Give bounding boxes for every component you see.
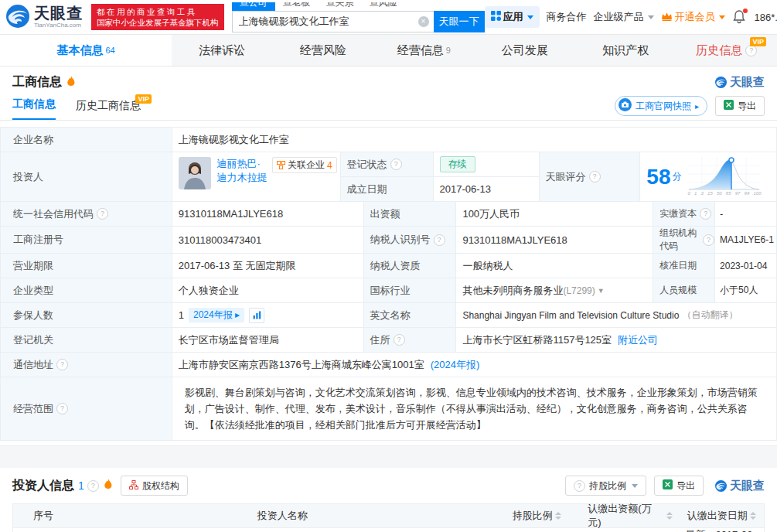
vip-upgrade-menu[interactable]: 开通会员 xyxy=(661,10,725,24)
official-snapshot-button[interactable]: 工商官网快照 ▸ xyxy=(615,96,707,116)
registration-number-value: 310118003473401 xyxy=(172,227,364,254)
column-header-amount[interactable]: 认缴出资额(万元) xyxy=(581,502,679,530)
field-label: 国标行业 xyxy=(364,278,457,303)
field-label: 统一社会信用代码? xyxy=(1,202,172,227)
search-button[interactable]: 天眼一下 xyxy=(434,11,485,32)
help-icon[interactable]: ? xyxy=(87,480,99,492)
vip-badge: VIP xyxy=(750,37,766,46)
annual-report-link[interactable]: (2024年报) xyxy=(431,358,480,372)
help-icon[interactable]: ? xyxy=(97,208,108,220)
address-value: 上海市长宁区虹桥路1157号125室 附近公司 xyxy=(456,328,777,353)
tab-business-info[interactable]: 经营信息9 xyxy=(373,35,475,66)
export-button[interactable]: 导出 xyxy=(654,476,704,496)
sort-icon xyxy=(750,512,756,520)
org-chart-icon xyxy=(129,480,138,492)
tab-intellectual-property[interactable]: 知识产权 xyxy=(575,35,676,66)
column-header-ratio[interactable]: 持股比例 xyxy=(492,509,581,523)
business-cooperation-link[interactable]: 商务合作 xyxy=(547,10,587,24)
field-label: 登记状态? xyxy=(341,152,434,177)
export-button[interactable]: 导出 xyxy=(715,96,765,116)
notifications-bell-icon[interactable] xyxy=(732,9,748,25)
vip-label: 开通会员 xyxy=(675,10,715,24)
watermark-logo: 天眼查 xyxy=(714,75,765,90)
chevron-down-icon xyxy=(719,15,725,19)
help-icon: ? xyxy=(574,480,585,492)
tab-company-development[interactable]: 公司发展 xyxy=(475,35,576,66)
field-label: 天眼评分? xyxy=(540,152,641,202)
subtab-business-registration[interactable]: 工商信息 xyxy=(12,97,56,120)
field-label: 投资人 xyxy=(1,152,172,202)
score-cell[interactable]: 58 分 xyxy=(640,152,777,202)
help-icon[interactable]: ? xyxy=(700,208,711,220)
search-tab-relation[interactable]: 查关系 xyxy=(319,2,362,11)
paid-capital-value: - xyxy=(715,202,777,227)
help-icon[interactable]: ? xyxy=(394,334,405,346)
nearby-companies-link[interactable]: 附近公司 xyxy=(618,333,658,347)
field-label: 纳税人资质 xyxy=(364,254,457,278)
company-type-value: 个人独资企业 xyxy=(172,278,364,303)
hot-flame-icon xyxy=(66,76,76,90)
investor-name-link[interactable]: 迪丽热巴·迪力木拉提 xyxy=(217,157,269,185)
score-axis-ticks: 0131550859799100 xyxy=(687,191,761,196)
column-header-date[interactable]: 认缴出资日期 xyxy=(679,509,764,523)
apps-menu[interactable]: 应用 xyxy=(485,6,540,28)
account-phone-menu[interactable]: 186*... xyxy=(755,12,777,23)
status-badge: 存续 xyxy=(440,156,475,172)
apps-label: 应用 xyxy=(503,10,523,24)
expand-chevron-icon[interactable]: ▼ xyxy=(598,287,605,295)
help-icon[interactable]: ? xyxy=(589,171,601,182)
investor-row: 1 迪丽热巴·迪力木拉提 4 xyxy=(13,528,764,532)
investor-avatar[interactable] xyxy=(179,157,211,189)
capital-value: 100万人民币 xyxy=(456,202,653,227)
section-title: 工商信息 xyxy=(12,74,62,90)
help-icon[interactable]: ? xyxy=(434,234,445,246)
annual-report-tag[interactable]: 2024年报 ▸ xyxy=(189,308,244,322)
crown-icon xyxy=(661,12,673,23)
investor-name-cell: 迪丽热巴·迪力木拉提 4 受益所有人 实际控制人 控股股东 xyxy=(73,528,492,532)
search-input[interactable] xyxy=(237,15,418,28)
help-icon[interactable]: ? xyxy=(56,359,68,370)
field-label: 组织机构代码? xyxy=(653,227,715,254)
clear-search-icon[interactable]: × xyxy=(418,16,429,27)
tab-legal-lawsuits[interactable]: 法律诉讼 xyxy=(172,35,273,66)
investors-title: 投资人信息 xyxy=(12,478,74,494)
help-icon[interactable]: ? xyxy=(56,403,68,414)
field-label: 纳税人识别号? xyxy=(364,227,457,254)
tianyancha-logo[interactable]: 天眼查 TianYanCha.com xyxy=(5,3,88,32)
chevron-down-icon xyxy=(632,484,638,488)
subtab-history-registration[interactable]: VIP 历史工商信息 xyxy=(76,99,141,120)
search-tab-company[interactable]: 查公司 xyxy=(232,2,275,11)
search-type-tabs: 查公司 查老板 查关系 查风险 xyxy=(232,2,485,11)
trend-chart-icon[interactable] xyxy=(249,308,264,323)
related-companies-badge[interactable]: 关联企业 4 xyxy=(272,157,337,173)
establish-date-value: 2017-06-13 xyxy=(434,177,540,202)
search-tab-risk[interactable]: 查风险 xyxy=(362,2,405,11)
watermark-logo: 天眼查 xyxy=(714,479,765,493)
sort-icon xyxy=(666,512,673,520)
enterprise-products-menu[interactable]: 企业级产品 xyxy=(594,10,654,24)
investors-count: 1 xyxy=(78,479,84,492)
tab-operation-risk[interactable]: 经营风险 xyxy=(273,35,374,66)
search-tab-boss[interactable]: 查老板 xyxy=(275,2,319,11)
taxpayer-qualification-value: 一般纳税人 xyxy=(456,254,653,278)
hot-flame-icon xyxy=(104,479,113,493)
investors-section: 投资人信息 1 ? 股权结构 ? 持股比例 xyxy=(0,468,777,532)
tab-history-info[interactable]: VIP 历史信息 ? xyxy=(676,35,777,66)
promo-line1: 都在用的商业查询工具 xyxy=(97,6,219,17)
sort-icon xyxy=(555,512,561,520)
field-label: 成立日期 xyxy=(341,177,434,202)
field-label: 人员规模 xyxy=(653,278,715,303)
english-name-value: Shanghai Jingyan Film and Television Cul… xyxy=(456,303,777,328)
excel-icon xyxy=(724,100,734,112)
equity-structure-button[interactable]: 股权结构 xyxy=(121,476,188,496)
section-separator xyxy=(0,445,777,468)
auto-translate-note: （自动翻译） xyxy=(682,309,738,322)
industry-code: (L7299) xyxy=(563,285,595,296)
tab-basic-info[interactable]: 基本信息64 xyxy=(0,35,172,66)
apps-grid-icon xyxy=(491,11,501,23)
shareholding-ratio-button[interactable]: ? 持股比例 xyxy=(565,476,646,496)
help-icon[interactable]: ? xyxy=(703,234,714,246)
field-label: 经营范围? xyxy=(1,377,172,441)
help-icon[interactable]: ? xyxy=(390,159,402,170)
promo-line2: 国家中小企业发展子基金旗下机构 xyxy=(97,17,219,28)
